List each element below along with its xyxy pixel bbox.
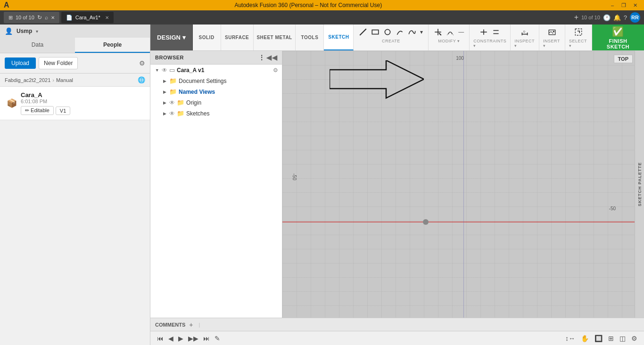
user-name: Usmp <box>17 28 32 34</box>
tab-tools[interactable]: TOOLS <box>296 25 324 50</box>
select-button[interactable] <box>573 26 584 38</box>
arc-tool-button[interactable] <box>394 26 405 38</box>
step-mark-button[interactable]: ✎ <box>213 334 222 343</box>
trim-button[interactable] <box>432 26 444 38</box>
cara-v1-label: Cara_A v1 <box>177 67 204 74</box>
coincident-button[interactable] <box>478 26 489 38</box>
doc-icon: 📄 <box>66 15 73 21</box>
left-panel-header: 👤 Usmp ▾ <box>0 25 150 38</box>
spline-tool-button[interactable] <box>406 26 418 38</box>
circle-tool-button[interactable] <box>382 26 393 38</box>
axis-left-50-label: -50 <box>292 173 297 180</box>
tab-solid[interactable]: SOLID <box>193 25 221 50</box>
doc-count-badge: 10 of 10 <box>581 15 600 20</box>
breadcrumb-child[interactable]: Manual <box>56 77 73 83</box>
upload-button[interactable]: Upload <box>5 58 36 69</box>
tab-sketch[interactable]: SKETCH <box>324 25 354 50</box>
breadcrumb-root[interactable]: Fabdig_ac2t2_2021 <box>5 77 50 83</box>
breadcrumb-sep-1: › <box>52 77 54 83</box>
offset-button[interactable] <box>445 26 456 38</box>
browser-item-sketches[interactable]: ▶ 👁 📁 Sketches <box>150 108 282 119</box>
tab-surface[interactable]: SURFACE <box>221 25 254 50</box>
browser-item-doc-settings[interactable]: ▶ 📁 Document Settings <box>150 75 282 86</box>
eye-icon[interactable]: 👁 <box>162 67 167 74</box>
help-icon[interactable]: ? <box>624 14 627 21</box>
sketch-palette-panel[interactable]: SKETCH PALETTE <box>635 51 644 318</box>
svg-text:Ω: Ω <box>523 30 525 33</box>
doc-tab-close-icon[interactable]: ✕ <box>105 15 109 20</box>
viewport-canvas[interactable]: 100 -50 -50 TOP <box>282 51 644 318</box>
folder-icon: 📁 <box>169 77 177 84</box>
sketch-tab-group: SOLID SURFACE SHEET METAL TOOLS SKETCH <box>193 25 644 50</box>
settings-gear-icon[interactable]: ⚙ <box>139 59 145 67</box>
title-bar: A Autodesk Fusion 360 (Personal – Not fo… <box>0 0 644 10</box>
home-tab[interactable]: ⊞ 10 of 10 ↻ ⌕ ✕ <box>4 12 59 23</box>
close-button[interactable]: ✕ <box>630 1 640 9</box>
insert-image-button[interactable] <box>546 26 558 38</box>
create-tools-row: ▾ <box>357 26 424 38</box>
line-tool-button[interactable] <box>357 26 369 38</box>
new-folder-button[interactable]: New Folder <box>39 57 78 69</box>
expand-chevron-icon[interactable]: ▶ <box>162 90 167 94</box>
step-next-button[interactable]: ▶▶ <box>186 334 200 343</box>
axis-100-label: 100 <box>456 56 464 61</box>
display-mode-button[interactable]: ◫ <box>618 334 627 343</box>
browser-options-icon[interactable]: ⋮ <box>259 54 265 61</box>
fillet-button[interactable]: — <box>457 27 465 37</box>
eye-icon[interactable]: 👁 <box>169 99 175 106</box>
version-badge[interactable]: V1 <box>56 107 70 115</box>
finish-checkmark-icon: ✅ <box>612 26 624 37</box>
minimize-button[interactable]: – <box>607 1 618 9</box>
expand-chevron-icon[interactable]: ▶ <box>162 79 167 83</box>
add-tab-button[interactable]: + <box>574 13 578 22</box>
search-icon[interactable]: ⌕ <box>45 14 48 21</box>
select-section: SELECT ▾ <box>565 25 592 50</box>
browser-item-origin[interactable]: ▶ 👁 📁 Origin <box>150 97 282 108</box>
origin-point <box>423 219 429 225</box>
tab-sheet-metal[interactable]: SHEET METAL <box>254 25 296 50</box>
parallel-button[interactable] <box>490 26 502 38</box>
user-avatar[interactable]: RR <box>630 12 640 23</box>
home-close-icon[interactable]: ✕ <box>51 15 55 20</box>
editable-badge[interactable]: ✏ Editable <box>21 106 54 115</box>
add-comment-button[interactable]: + <box>189 321 193 329</box>
globe-icon: 🌐 <box>138 76 145 83</box>
browser-item-named-views[interactable]: ▶ 📁 Named Views <box>150 86 282 97</box>
document-tab[interactable]: 📄 Cara_Av1* ✕ <box>61 12 114 23</box>
file-item-cara-a[interactable]: 📦 Cara_A 6:01:08 PM ✏ Editable V1 <box>0 87 150 120</box>
view-cube-button[interactable]: 🔲 <box>593 334 604 343</box>
notification-icon[interactable]: 🔔 <box>613 14 621 21</box>
step-play-button[interactable]: ▶ <box>176 334 185 343</box>
pan-button[interactable]: ↕↔ <box>563 334 577 343</box>
history-icon[interactable]: 🕐 <box>603 14 611 21</box>
file-info: Cara_A 6:01:08 PM ✏ Editable V1 <box>21 91 143 115</box>
eye-icon[interactable]: 👁 <box>169 110 175 117</box>
gear-icon[interactable]: ⚙ <box>273 67 278 74</box>
more-create-tools-button[interactable]: ▾ <box>419 27 424 37</box>
design-dropdown-button[interactable]: DESIGN ▾ <box>150 25 192 50</box>
user-icon: 👤 <box>5 27 13 35</box>
browser-collapse-icon[interactable]: ◀◀ <box>266 54 277 61</box>
refresh-icon[interactable]: ↻ <box>37 14 42 21</box>
origin-label: Origin <box>186 99 201 106</box>
settings-button[interactable]: ⚙ <box>629 334 639 343</box>
browser-item-cara-v1[interactable]: ▼ 👁 ▭ Cara_A v1 ⚙ <box>150 65 282 75</box>
tab-people[interactable]: People <box>75 38 150 53</box>
panel-actions: Upload New Folder ⚙ <box>0 53 150 74</box>
inspect-label: INSPECT ▾ <box>514 39 535 48</box>
step-prev-button[interactable]: ◀ <box>166 334 175 343</box>
rectangle-tool-button[interactable] <box>370 26 381 38</box>
step-last-button[interactable]: ⏭ <box>201 334 212 343</box>
maximize-button[interactable]: ❐ <box>619 1 629 9</box>
step-first-button[interactable]: ⏮ <box>155 334 165 343</box>
move-button[interactable]: ✋ <box>579 334 591 343</box>
tab-data[interactable]: Data <box>0 38 75 53</box>
comments-bar: COMMENTS + | <box>150 318 644 331</box>
dimension-button[interactable]: Ω <box>519 26 530 38</box>
collapse-chevron-icon[interactable]: ▼ <box>154 68 160 73</box>
user-dropdown-icon[interactable]: ▾ <box>36 29 38 34</box>
expand-chevron-icon[interactable]: ▶ <box>162 100 167 105</box>
finish-sketch-button[interactable]: ✅ FINISH SKETCH <box>592 25 644 50</box>
grid-button[interactable]: ⊞ <box>606 334 616 343</box>
expand-chevron-icon[interactable]: ▶ <box>162 111 167 116</box>
